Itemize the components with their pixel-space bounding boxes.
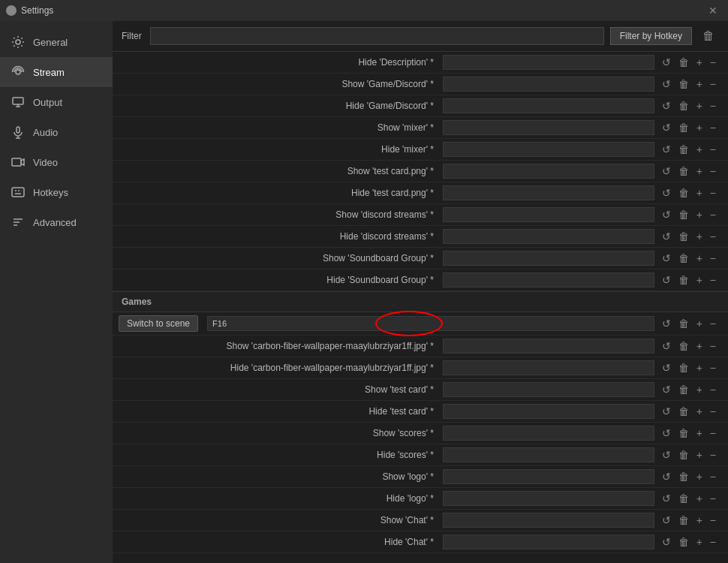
add-btn[interactable]: + xyxy=(693,143,705,156)
hotkey-field[interactable] xyxy=(443,534,654,549)
hotkey-field[interactable] xyxy=(443,426,654,441)
add-btn[interactable]: + xyxy=(693,164,705,178)
delete-btn[interactable]: 🗑 xyxy=(675,77,692,91)
hotkey-field[interactable] xyxy=(443,142,654,157)
hotkey-field[interactable] xyxy=(443,404,654,419)
add-btn[interactable]: + xyxy=(693,99,705,113)
remove-btn[interactable]: − xyxy=(707,230,719,243)
add-btn[interactable]: + xyxy=(693,251,705,265)
delete-btn[interactable]: 🗑 xyxy=(675,361,692,375)
hotkey-field[interactable] xyxy=(443,229,654,244)
delete-btn[interactable]: 🗑 xyxy=(675,208,692,221)
add-btn[interactable]: + xyxy=(693,208,705,221)
reset-btn[interactable]: ↺ xyxy=(659,448,674,462)
filter-by-hotkey-button[interactable]: Filter by Hotkey xyxy=(610,27,692,45)
add-btn[interactable]: + xyxy=(693,273,705,287)
delete-btn[interactable]: 🗑 xyxy=(675,186,692,200)
remove-btn[interactable]: − xyxy=(707,426,719,440)
add-btn[interactable]: + xyxy=(693,317,705,330)
delete-btn[interactable]: 🗑 xyxy=(675,317,692,330)
reset-btn[interactable]: ↺ xyxy=(659,56,674,69)
add-btn[interactable]: + xyxy=(693,405,705,418)
add-btn[interactable]: + xyxy=(693,383,705,396)
delete-btn[interactable]: 🗑 xyxy=(675,405,692,418)
add-btn[interactable]: + xyxy=(693,77,705,91)
delete-btn[interactable]: 🗑 xyxy=(675,56,692,69)
reset-btn[interactable]: ↺ xyxy=(659,383,674,396)
add-btn[interactable]: + xyxy=(693,448,705,462)
hotkey-field[interactable] xyxy=(443,164,654,179)
hotkey-field[interactable] xyxy=(443,120,654,135)
reset-btn[interactable]: ↺ xyxy=(659,121,674,134)
remove-btn[interactable]: − xyxy=(707,339,719,353)
remove-btn[interactable]: − xyxy=(707,56,719,69)
close-button[interactable]: ✕ xyxy=(704,3,722,18)
delete-btn[interactable]: 🗑 xyxy=(675,273,692,287)
add-btn[interactable]: + xyxy=(693,186,705,200)
add-btn[interactable]: + xyxy=(693,426,705,440)
add-btn[interactable]: + xyxy=(693,121,705,134)
reset-btn[interactable]: ↺ xyxy=(659,317,674,330)
delete-btn[interactable]: 🗑 xyxy=(675,383,692,396)
delete-btn[interactable]: 🗑 xyxy=(675,448,692,462)
filter-trash-button[interactable]: 🗑 xyxy=(698,28,719,44)
add-btn[interactable]: + xyxy=(693,470,705,483)
delete-btn[interactable]: 🗑 xyxy=(675,535,692,549)
reset-btn[interactable]: ↺ xyxy=(659,251,674,265)
hotkey-field[interactable] xyxy=(443,55,654,70)
reset-btn[interactable]: ↺ xyxy=(659,470,674,483)
hotkey-field[interactable] xyxy=(443,251,654,266)
reset-btn[interactable]: ↺ xyxy=(659,273,674,287)
remove-btn[interactable]: − xyxy=(707,383,719,396)
delete-btn[interactable]: 🗑 xyxy=(675,492,692,505)
reset-btn[interactable]: ↺ xyxy=(659,426,674,440)
remove-btn[interactable]: − xyxy=(707,317,719,330)
remove-btn[interactable]: − xyxy=(707,251,719,265)
hotkey-field[interactable] xyxy=(443,382,654,397)
reset-btn[interactable]: ↺ xyxy=(659,77,674,91)
remove-btn[interactable]: − xyxy=(707,186,719,200)
sidebar-item-output[interactable]: Output xyxy=(0,87,113,117)
reset-btn[interactable]: ↺ xyxy=(659,405,674,418)
reset-btn[interactable]: ↺ xyxy=(659,99,674,113)
add-btn[interactable]: + xyxy=(693,513,705,527)
hotkey-field[interactable] xyxy=(443,272,654,288)
filter-input[interactable] xyxy=(150,27,604,45)
delete-btn[interactable]: 🗑 xyxy=(675,164,692,178)
add-btn[interactable]: + xyxy=(693,56,705,69)
delete-btn[interactable]: 🗑 xyxy=(675,426,692,440)
sidebar-item-stream[interactable]: Stream xyxy=(0,57,113,87)
reset-btn[interactable]: ↺ xyxy=(659,513,674,527)
add-btn[interactable]: + xyxy=(693,339,705,353)
remove-btn[interactable]: − xyxy=(707,405,719,418)
reset-btn[interactable]: ↺ xyxy=(659,492,674,505)
sidebar-item-advanced[interactable]: Advanced xyxy=(0,207,113,237)
reset-btn[interactable]: ↺ xyxy=(659,535,674,549)
remove-btn[interactable]: − xyxy=(707,164,719,178)
remove-btn[interactable]: − xyxy=(707,513,719,527)
reset-btn[interactable]: ↺ xyxy=(659,164,674,178)
switch-scene-hotkey-field[interactable] xyxy=(207,316,654,331)
add-btn[interactable]: + xyxy=(693,535,705,549)
remove-btn[interactable]: − xyxy=(707,143,719,156)
delete-btn[interactable]: 🗑 xyxy=(675,339,692,353)
reset-btn[interactable]: ↺ xyxy=(659,230,674,243)
reset-btn[interactable]: ↺ xyxy=(659,361,674,375)
switch-scene-button[interactable]: Switch to scene xyxy=(119,315,198,332)
reset-btn[interactable]: ↺ xyxy=(659,208,674,221)
remove-btn[interactable]: − xyxy=(707,492,719,505)
sidebar-item-hotkeys[interactable]: Hotkeys xyxy=(0,177,113,207)
reset-btn[interactable]: ↺ xyxy=(659,143,674,156)
delete-btn[interactable]: 🗑 xyxy=(675,251,692,265)
hotkey-field[interactable] xyxy=(443,360,654,375)
hotkey-field[interactable] xyxy=(443,513,654,528)
delete-btn[interactable]: 🗑 xyxy=(675,121,692,134)
hotkey-field[interactable] xyxy=(443,469,654,484)
hotkey-field[interactable] xyxy=(443,491,654,506)
remove-btn[interactable]: − xyxy=(707,208,719,221)
add-btn[interactable]: + xyxy=(693,230,705,243)
delete-btn[interactable]: 🗑 xyxy=(675,470,692,483)
add-btn[interactable]: + xyxy=(693,492,705,505)
sidebar-item-general[interactable]: General xyxy=(0,27,113,57)
remove-btn[interactable]: − xyxy=(707,535,719,549)
